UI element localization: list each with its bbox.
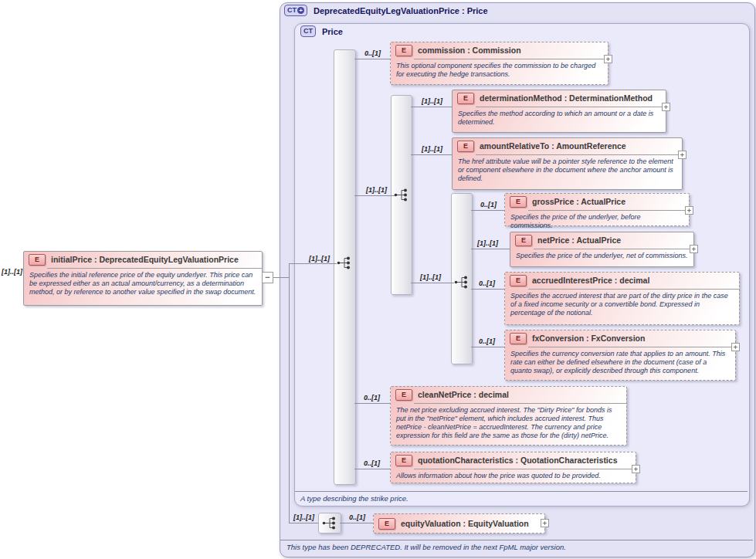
outer-titlebar: CT+ DeprecatedEquityLegValuationPrice : … xyxy=(284,5,488,16)
element-grossPrice[interactable]: EgrossPrice : ActualPrice Specifies the … xyxy=(504,193,690,226)
connector-line xyxy=(411,283,454,283)
sequence-icon xyxy=(336,256,353,270)
element-cleanNetPrice[interactable]: EcleanNetPrice : decimal The net price e… xyxy=(390,386,627,446)
cardinality-label: 0..[1] xyxy=(349,513,365,521)
cardinality-label: [1]..[1] xyxy=(293,513,314,521)
element-determinationMethod[interactable]: EdeterminationMethod : DeterminationMeth… xyxy=(452,90,666,133)
element-title: equityValuation : EquityValuation xyxy=(401,519,529,528)
element-badge: E xyxy=(29,254,46,266)
element-badge: E xyxy=(457,141,474,152)
cardinality-label: 0..[1] xyxy=(364,459,380,467)
element-description: This optional component specifies the co… xyxy=(391,59,608,80)
complex-type-badge: CT xyxy=(300,25,316,37)
element-title: commission : Commission xyxy=(418,46,521,55)
element-badge: E xyxy=(395,45,412,56)
connector-line xyxy=(471,289,504,290)
element-badge: E xyxy=(457,93,474,104)
element-equityValuation[interactable]: EequityValuation : EquityValuation xyxy=(373,513,545,534)
cardinality-label: [1]..[1] xyxy=(422,97,442,105)
cardinality-label: [1]..[1] xyxy=(309,255,330,263)
expand-icon[interactable]: + xyxy=(541,519,549,527)
cardinality-label: [1]..[1] xyxy=(420,273,441,281)
element-description: Specifies the method according to which … xyxy=(453,107,666,128)
element-title-row: E initialPrice : DeprecatedEquityLegValu… xyxy=(24,252,262,266)
element-quotationCharacteristics[interactable]: EquotationCharacteristics : QuotationCha… xyxy=(390,452,636,483)
ct-badge-label: CT xyxy=(303,26,313,36)
expand-icon[interactable]: + xyxy=(690,245,698,253)
element-description: Specifies the price of the underlyer, be… xyxy=(505,211,689,232)
element-badge: E xyxy=(510,333,527,344)
element-badge: E xyxy=(395,389,412,401)
outer-title: DeprecatedEquityLegValuationPrice : Pric… xyxy=(314,6,488,15)
connector-line xyxy=(289,263,337,264)
element-badge: E xyxy=(515,235,532,246)
cardinality-label: 0..[1] xyxy=(480,201,497,208)
connector-line xyxy=(273,277,290,278)
element-title: determinationMethod : DeterminationMetho… xyxy=(480,93,653,103)
outer-footer-text: This type has been DEPRECATED. It will b… xyxy=(286,543,566,551)
element-commission[interactable]: Ecommission : Commission This optional c… xyxy=(390,42,609,85)
element-badge: E xyxy=(510,275,527,286)
connector-line xyxy=(354,403,390,404)
sequence-connector-box xyxy=(318,513,341,534)
cardinality-label: [1]..[1] xyxy=(366,186,387,194)
element-title: netPrice : ActualPrice xyxy=(537,235,621,245)
element-description: Specifies the accrued interest that are … xyxy=(505,290,739,319)
element-title: quotationCharacteristics : QuotationChar… xyxy=(418,456,617,465)
inner-footer-divider xyxy=(295,491,748,492)
element-title: grossPrice : ActualPrice xyxy=(532,197,625,206)
cardinality-label: [1]..[1] xyxy=(422,145,442,153)
element-description: Specifies the price of the underlyer, ne… xyxy=(510,249,693,262)
connector-line xyxy=(289,523,318,523)
element-initialPrice[interactable]: E initialPrice : DeprecatedEquityLegValu… xyxy=(23,251,263,306)
cardinality-label: 0..[1] xyxy=(479,337,495,345)
connector-line xyxy=(354,195,395,196)
element-description: The href attribute value will be a point… xyxy=(453,155,682,185)
element-title: initialPrice : DeprecatedEquityLegValuat… xyxy=(51,255,239,264)
expand-icon[interactable]: + xyxy=(604,55,612,63)
sequence-icon xyxy=(393,188,410,202)
cardinality-label: 0..[1] xyxy=(479,280,495,287)
connector-line xyxy=(354,469,390,469)
outer-footer-divider xyxy=(280,540,753,540)
sequence-icon xyxy=(321,516,338,530)
element-description: Specifies the currency conversion rate t… xyxy=(505,347,735,377)
connector-line xyxy=(471,249,510,249)
cardinality-label: 0..[1] xyxy=(364,49,381,57)
connector-line xyxy=(471,210,504,211)
element-title: cleanNetPrice : decimal xyxy=(418,390,509,399)
connector-line xyxy=(340,523,373,523)
connector-line xyxy=(354,59,390,59)
element-badge: E xyxy=(395,455,412,466)
element-netPrice[interactable]: EnetPrice : ActualPrice Specifies the pr… xyxy=(510,232,694,267)
element-description: Allows information about how the price w… xyxy=(391,469,636,482)
element-description: Specifies the initial reference price of… xyxy=(24,269,262,298)
element-title: accruedInterestPrice : decimal xyxy=(532,276,649,285)
complex-type-badge: CT+ xyxy=(284,5,307,16)
inner-footer-text: A type describing the strike price. xyxy=(300,494,409,503)
xsd-diagram-canvas: CT+ DeprecatedEquityLegValuationPrice : … xyxy=(0,0,756,559)
connector-trunk xyxy=(289,263,290,523)
collapse-icon[interactable]: − xyxy=(262,272,273,283)
element-description: The net price excluding accrued interest… xyxy=(391,404,626,442)
element-amountRelativeTo[interactable]: EamountRelativeTo : AmountReference The … xyxy=(452,137,683,190)
inner-titlebar: CT Price xyxy=(300,25,343,37)
element-fxConversion[interactable]: EfxConversion : FxConversion Specifies t… xyxy=(504,330,736,381)
element-badge: E xyxy=(510,196,527,208)
ct-badge-label: CT xyxy=(287,5,297,15)
expand-icon[interactable]: + xyxy=(678,151,687,159)
element-title: fxConversion : FxConversion xyxy=(532,334,645,343)
cardinality-label: [1]..[1] xyxy=(477,239,498,247)
cardinality-label: [1]..[1] xyxy=(2,268,22,276)
expand-icon[interactable]: + xyxy=(662,103,670,111)
ct-plus-icon: + xyxy=(297,7,304,14)
connector-line xyxy=(411,154,452,155)
element-accruedInterestPrice[interactable]: EaccruedInterestPrice : decimal Specifie… xyxy=(504,272,740,325)
expand-icon[interactable]: + xyxy=(731,343,740,351)
connector-line xyxy=(411,107,452,107)
cardinality-label: 0..[1] xyxy=(364,394,380,401)
connector-line xyxy=(471,347,504,347)
expand-icon[interactable]: + xyxy=(632,465,640,473)
element-badge: E xyxy=(378,518,395,530)
expand-icon[interactable]: + xyxy=(685,206,693,215)
